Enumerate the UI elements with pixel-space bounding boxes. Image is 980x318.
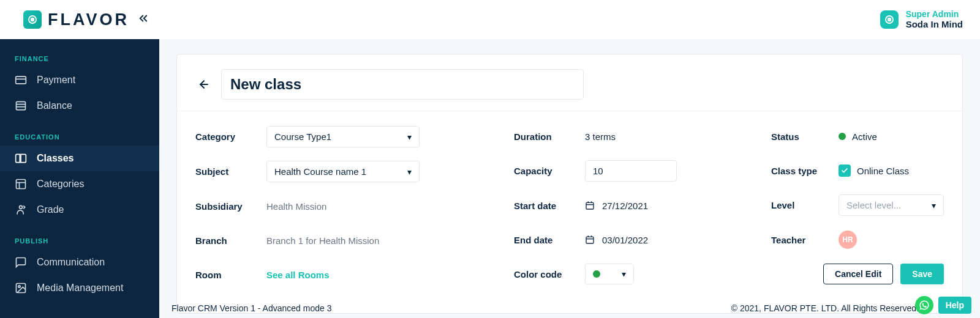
label-room: Room xyxy=(195,270,266,280)
label-start-date: Start date xyxy=(514,201,585,211)
balance-icon xyxy=(15,100,27,112)
sidebar-item-balance[interactable]: Balance xyxy=(0,93,159,119)
credit-card-icon xyxy=(15,74,27,86)
save-button[interactable]: Save xyxy=(900,264,944,284)
divider xyxy=(177,111,962,111)
branch-value: Branch 1 for Health Mission xyxy=(266,235,379,246)
logo-block: FLAVOR xyxy=(23,10,149,29)
back-button[interactable] xyxy=(195,76,213,93)
end-date-value: 03/01/2022 xyxy=(602,235,648,245)
nav-group-publish: PUBLISH xyxy=(0,232,159,250)
calendar-icon xyxy=(585,235,595,245)
sidebar-item-classes[interactable]: Classes xyxy=(0,146,159,171)
chevron-down-icon: ▾ xyxy=(407,132,412,142)
label-end-date: End date xyxy=(514,235,585,245)
cancel-edit-button[interactable]: Cancel Edit xyxy=(823,264,893,284)
sidebar-item-categories[interactable]: Categories xyxy=(0,171,159,197)
capacity-input[interactable] xyxy=(585,160,677,182)
label-duration: Duration xyxy=(514,131,585,142)
whatsapp-button[interactable] xyxy=(915,296,933,314)
svg-rect-4 xyxy=(16,76,26,84)
categories-icon xyxy=(15,178,27,190)
label-teacher: Teacher xyxy=(771,235,839,245)
title-input[interactable]: New class xyxy=(221,69,584,100)
label-branch: Branch xyxy=(195,235,266,246)
label-color-code: Color code xyxy=(514,269,585,279)
topbar: FLAVOR Super Admin Soda In Mind xyxy=(0,0,980,39)
user-avatar-icon xyxy=(880,10,899,29)
teacher-initials: HR xyxy=(842,235,853,244)
svg-point-1 xyxy=(31,18,34,21)
sidebar-item-communication[interactable]: Communication xyxy=(0,250,159,275)
help-button[interactable]: Help xyxy=(938,297,971,314)
label-subsidiary: Subsidiary xyxy=(195,201,266,212)
label-level: Level xyxy=(771,200,839,210)
nav-group-education: EDUCATION xyxy=(0,128,159,146)
end-date-picker[interactable]: 03/01/2022 xyxy=(585,235,648,245)
subsidiary-value: Health Mission xyxy=(266,201,326,212)
sidebar-item-label: Classes xyxy=(37,153,74,164)
label-subject: Subject xyxy=(195,166,266,177)
color-dot-icon xyxy=(593,270,600,278)
class-type-value: Online Class xyxy=(857,166,909,176)
form-card: New class Category Course Type1 ▾ Subjec xyxy=(176,54,963,314)
sidebar-item-label: Communication xyxy=(37,257,105,268)
duration-value: 3 terms xyxy=(585,131,616,142)
svg-rect-6 xyxy=(17,102,26,109)
level-placeholder: Select level... xyxy=(846,200,901,210)
chevron-down-icon: ▾ xyxy=(622,269,626,279)
color-code-select[interactable]: ▾ xyxy=(585,264,634,284)
status-text: Active xyxy=(852,131,877,142)
start-date-picker[interactable]: 27/12/2021 xyxy=(585,201,648,211)
sidebar-item-label: Media Management xyxy=(37,283,123,294)
chat-icon xyxy=(15,256,27,268)
logo-mark-icon xyxy=(23,10,42,29)
sidebar-item-label: Payment xyxy=(37,75,75,86)
footer-version: Flavor CRM Version 1 - Advanced mode 3 xyxy=(172,303,331,313)
user-role: Super Admin xyxy=(906,9,963,20)
footer: Flavor CRM Version 1 - Advanced mode 3 ©… xyxy=(172,303,919,313)
category-value: Course Type1 xyxy=(274,131,331,142)
user-menu[interactable]: Super Admin Soda In Mind xyxy=(880,9,963,31)
subject-select[interactable]: Health Course name 1 ▾ xyxy=(266,161,420,182)
sidebar-item-label: Categories xyxy=(37,179,84,190)
svg-rect-9 xyxy=(17,180,26,189)
brand-logo[interactable]: FLAVOR xyxy=(23,10,129,29)
svg-rect-15 xyxy=(586,202,594,209)
sidebar-item-grade[interactable]: Grade xyxy=(0,197,159,223)
teacher-avatar[interactable]: HR xyxy=(839,231,857,249)
footer-copyright: © 2021, FLAVOR PTE. LTD. All Rights Rese… xyxy=(731,303,919,313)
main-content: New class Category Course Type1 ▾ Subjec xyxy=(159,39,980,318)
label-class-type: Class type xyxy=(771,166,839,176)
start-date-value: 27/12/2021 xyxy=(602,201,648,211)
status-dot-icon xyxy=(839,133,846,140)
label-capacity: Capacity xyxy=(514,166,585,176)
chevron-down-icon: ▾ xyxy=(407,167,412,177)
svg-point-14 xyxy=(18,286,20,287)
status-value: Active xyxy=(839,131,877,142)
media-icon xyxy=(15,282,27,294)
chevron-down-icon: ▾ xyxy=(932,201,936,210)
page-title: New class xyxy=(230,76,301,93)
sidebar-item-label: Grade xyxy=(37,204,64,215)
category-select[interactable]: Course Type1 ▾ xyxy=(266,126,420,147)
subject-value: Health Course name 1 xyxy=(274,166,366,177)
see-all-rooms-link[interactable]: See all Rooms xyxy=(266,270,330,280)
nav-group-finance: FINANCE xyxy=(0,50,159,67)
svg-point-3 xyxy=(888,18,891,21)
grade-icon xyxy=(15,204,27,216)
label-category: Category xyxy=(195,131,266,142)
book-icon xyxy=(15,152,27,165)
sidebar-item-payment[interactable]: Payment xyxy=(0,67,159,93)
svg-rect-19 xyxy=(586,237,594,243)
brand-name: FLAVOR xyxy=(48,10,129,29)
sidebar-item-media-management[interactable]: Media Management xyxy=(0,275,159,301)
sidebar: FINANCE Payment Balance EDUCATION Classe… xyxy=(0,39,159,318)
user-company: Soda In Mind xyxy=(906,19,963,30)
svg-point-12 xyxy=(20,205,23,209)
online-class-checkbox[interactable] xyxy=(839,165,851,177)
label-status: Status xyxy=(771,131,839,142)
sidebar-collapse-icon[interactable] xyxy=(138,13,149,27)
level-select[interactable]: Select level... ▾ xyxy=(839,194,944,216)
calendar-icon xyxy=(585,201,595,210)
